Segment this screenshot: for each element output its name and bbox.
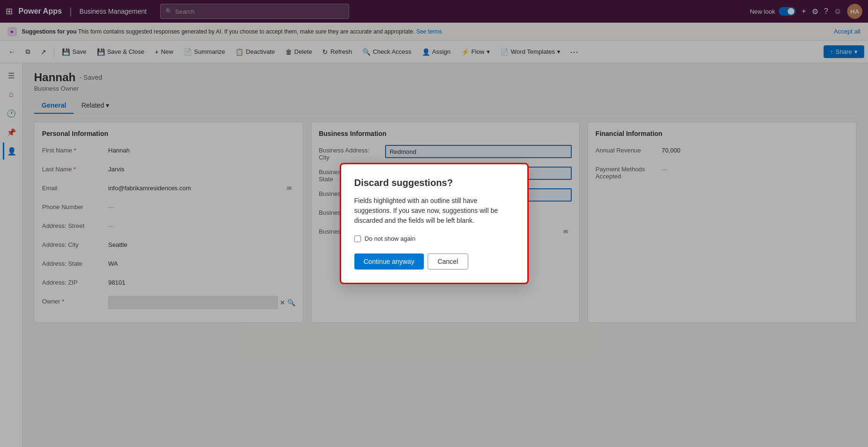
dialog-actions: Continue anyway Cancel [354,253,514,270]
dialog-checkbox-row: Do not show again [354,235,514,242]
continue-anyway-button[interactable]: Continue anyway [354,253,424,270]
dialog-title: Discard suggestions? [354,177,514,188]
discard-suggestions-dialog: Discard suggestions? Fields highlighted … [340,163,529,284]
dialog-body: Fields highlighted with an outline still… [354,196,514,226]
dialog-overlay: Discard suggestions? Fields highlighted … [0,0,868,447]
do-not-show-label: Do not show again [365,235,416,242]
do-not-show-checkbox[interactable] [354,236,361,242]
cancel-button[interactable]: Cancel [428,253,468,270]
